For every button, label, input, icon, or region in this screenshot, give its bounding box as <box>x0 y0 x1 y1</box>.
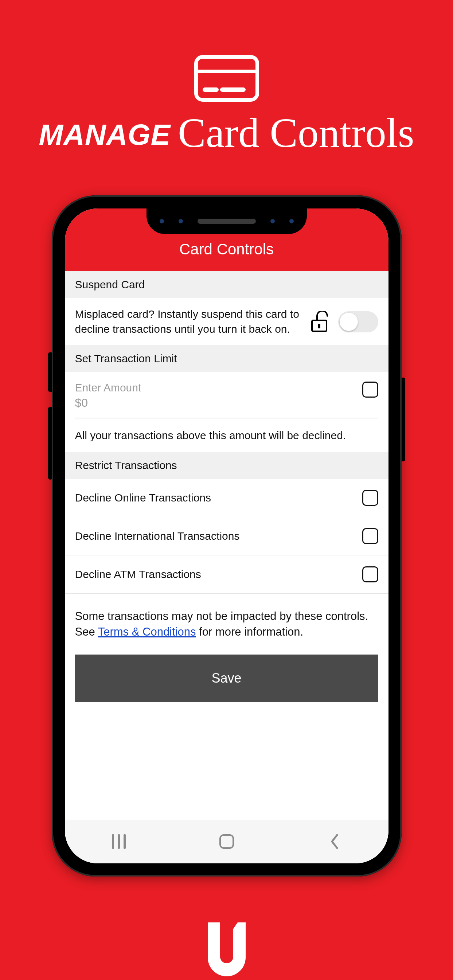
restrict-label: Decline Online Transactions <box>75 490 354 506</box>
phone-mockup: Card Controls Suspend Card Misplaced car… <box>52 195 402 877</box>
section-header-suspend: Suspend Card <box>65 271 388 298</box>
limit-help-text: All your transactions above this amount … <box>65 418 388 452</box>
terms-link[interactable]: Terms & Conditions <box>98 625 196 638</box>
suspend-toggle[interactable] <box>338 311 378 332</box>
hero-banner: MANAGE Card Controls <box>39 55 414 152</box>
hero-word-card-controls: Card Controls <box>178 115 414 151</box>
brand-logo <box>201 920 252 980</box>
amount-label: Enter Amount <box>75 382 355 394</box>
section-header-restrict: Restrict Transactions <box>65 452 388 479</box>
restrict-label: Decline International Transactions <box>75 529 354 544</box>
section-header-limit: Set Transaction Limit <box>65 345 388 372</box>
amount-input[interactable] <box>75 396 355 410</box>
restrict-checkbox-international[interactable] <box>362 528 378 544</box>
home-button[interactable] <box>218 833 235 850</box>
phone-notch <box>146 208 307 234</box>
restrict-row-international[interactable]: Decline International Transactions <box>65 517 388 555</box>
unlock-icon <box>310 311 330 333</box>
restrict-row-online[interactable]: Decline Online Transactions <box>65 479 388 517</box>
svg-rect-0 <box>196 57 257 100</box>
restrict-row-atm[interactable]: Decline ATM Transactions <box>65 555 388 594</box>
card-icon <box>194 55 259 102</box>
limit-checkbox[interactable] <box>362 382 378 398</box>
disclosure-post: for more information. <box>196 625 304 638</box>
save-button[interactable]: Save <box>75 655 378 702</box>
restrict-checkbox-atm[interactable] <box>362 566 378 582</box>
suspend-description: Misplaced card? Instantly suspend this c… <box>75 307 302 336</box>
disclosure-text: Some transactions may not be impacted by… <box>65 594 388 640</box>
hero-title: MANAGE Card Controls <box>39 113 414 152</box>
hero-word-manage: MANAGE <box>39 118 171 152</box>
recents-button[interactable] <box>110 833 127 850</box>
restrict-checkbox-online[interactable] <box>362 490 378 506</box>
android-nav-bar <box>65 819 388 863</box>
restrict-label: Decline ATM Transactions <box>75 567 354 582</box>
svg-rect-5 <box>318 324 320 328</box>
back-button[interactable] <box>326 833 343 850</box>
suspend-row: Misplaced card? Instantly suspend this c… <box>65 298 388 345</box>
screen-title: Card Controls <box>65 228 388 271</box>
restrict-list: Decline Online Transactions Decline Inte… <box>65 479 388 594</box>
